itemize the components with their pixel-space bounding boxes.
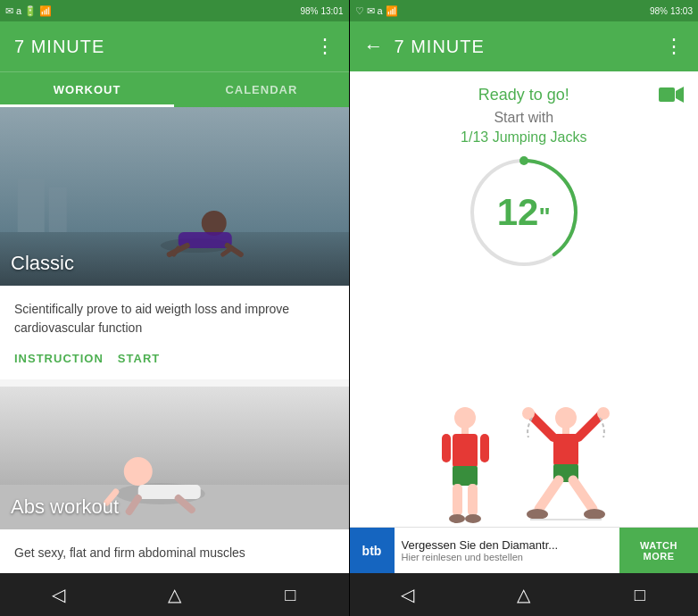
ad-text: Vergessen Sie den Diamantr... Hier reinl…	[395, 535, 620, 566]
svg-rect-27	[442, 434, 451, 462]
right-home-button[interactable]: △	[503, 573, 545, 616]
right-wifi-icon: 📶	[386, 5, 398, 17]
svg-point-31	[449, 514, 465, 523]
ready-text: Ready to go!	[478, 86, 569, 104]
svg-point-33	[555, 407, 577, 429]
right-msg-icon: ✉	[367, 5, 375, 17]
exercise-text: 1/13 Jumping Jacks	[461, 129, 586, 146]
figure-standing	[436, 402, 494, 527]
left-home-button[interactable]: △	[153, 573, 195, 616]
battery-pct: 98%	[300, 6, 318, 16]
tab-workout[interactable]: WORKOUT	[0, 72, 174, 107]
left-menu-button[interactable]: ⋮	[315, 35, 335, 58]
left-status-icons: ✉ a 🔋 📶	[5, 5, 52, 17]
right-time-display: 13:03	[670, 6, 693, 16]
classic-card-body: Scientifically prove to aid weigth loss …	[0, 286, 349, 379]
svg-rect-19	[659, 87, 675, 102]
right-nav-bar: ◁ △ □	[350, 573, 699, 616]
abs-card-body: Get sexy, flat and firm abdominal muscle…	[0, 529, 349, 573]
left-app-bar: 7 MINUTE ⋮	[0, 21, 349, 71]
time-display: 13:01	[320, 6, 343, 16]
svg-rect-34	[562, 427, 569, 434]
svg-line-38	[578, 414, 602, 437]
svg-rect-2	[18, 179, 45, 232]
ad-title: Vergessen Sie den Diamantr...	[402, 538, 613, 552]
battery-icon: 🔋	[24, 5, 37, 17]
amzn-icon: a	[16, 5, 21, 16]
svg-line-42	[573, 480, 593, 509]
svg-point-32	[465, 514, 481, 523]
ad-subtitle: Hier reinlesen und bestellen	[402, 552, 613, 562]
left-status-time: 98% 13:01	[300, 6, 343, 16]
left-status-bar: ✉ a 🔋 📶 98% 13:01	[0, 0, 349, 21]
timer-container: 12"	[466, 154, 582, 271]
right-recent-button[interactable]: □	[619, 573, 661, 616]
right-status-bar: ♡ ✉ a 📶 98% 13:03	[350, 0, 699, 21]
right-fitness-icon: ♡	[355, 5, 364, 17]
left-recent-button[interactable]: □	[269, 573, 312, 616]
right-amzn-icon: a	[378, 5, 383, 16]
left-panel: ✉ a 🔋 📶 98% 13:01 7 MINUTE ⋮ WORKOUT CAL…	[0, 0, 349, 616]
svg-rect-26	[453, 466, 478, 486]
start-with-text: Start with	[494, 110, 553, 126]
abs-card: Abs workout Get sexy, flat and firm abdo…	[0, 387, 349, 573]
right-back-button[interactable]: ◁	[386, 573, 429, 616]
left-app-title: 7 MINUTE	[14, 37, 104, 57]
right-app-bar-left: ← 7 MINUTE	[364, 35, 485, 58]
start-button[interactable]: START	[118, 352, 160, 365]
ad-logo: btb	[350, 528, 395, 574]
timer-dot	[519, 156, 528, 165]
svg-point-23	[454, 407, 476, 429]
abs-card-desc: Get sexy, flat and firm abdominal muscle…	[14, 544, 335, 562]
right-status-time: 98% 13:03	[650, 6, 693, 16]
timer-number: 12"	[497, 191, 551, 234]
svg-marker-20	[676, 87, 684, 103]
figure-jumping	[521, 402, 611, 527]
svg-point-44	[584, 509, 605, 520]
svg-rect-24	[461, 427, 469, 434]
abs-card-image: Abs workout	[0, 387, 349, 529]
tab-calendar[interactable]: CALENDAR	[174, 72, 348, 107]
left-nav-bar: ◁ △ □	[0, 573, 349, 616]
instruction-button[interactable]: INSTRUCTION	[14, 352, 104, 365]
svg-rect-25	[453, 434, 478, 468]
wifi-icon: 📶	[39, 5, 52, 17]
exercise-illustration	[436, 285, 611, 527]
tab-bar: WORKOUT CALENDAR	[0, 71, 349, 107]
svg-line-41	[539, 480, 559, 509]
back-button[interactable]: ←	[364, 35, 384, 58]
svg-rect-29	[453, 484, 462, 516]
svg-point-39	[522, 407, 535, 420]
svg-rect-15	[138, 485, 201, 499]
classic-card-label: Classic	[11, 252, 74, 275]
abs-card-label: Abs workout	[11, 495, 119, 519]
right-app-bar: ← 7 MINUTE ⋮	[350, 21, 699, 71]
right-menu-button[interactable]: ⋮	[664, 35, 684, 58]
svg-point-43	[527, 509, 548, 520]
workout-screen: Ready to go! Start with 1/13 Jumping Jac…	[350, 71, 699, 527]
right-app-title: 7 MINUTE	[395, 37, 485, 57]
ad-cta-button[interactable]: WATCH MORE	[619, 528, 698, 573]
right-panel: ♡ ✉ a 📶 98% 13:03 ← 7 MINUTE ⋮ Ready to …	[350, 0, 699, 616]
right-status-icons: ♡ ✉ a 📶	[355, 5, 398, 17]
classic-card: Classic Scientifically prove to aid weig…	[0, 107, 349, 379]
svg-point-14	[124, 457, 153, 486]
svg-rect-30	[468, 484, 478, 516]
right-battery-pct: 98%	[650, 6, 668, 16]
classic-card-actions: INSTRUCTION START	[14, 352, 335, 365]
left-back-button[interactable]: ◁	[37, 573, 79, 616]
classic-card-desc: Scientifically prove to aid weigth loss …	[14, 300, 335, 337]
workout-list[interactable]: Classic Scientifically prove to aid weig…	[0, 107, 349, 573]
classic-card-image: Classic	[0, 107, 349, 286]
svg-point-5	[202, 211, 227, 236]
msg-icon: ✉	[5, 5, 13, 17]
svg-rect-28	[480, 434, 489, 462]
ad-banner: btb Vergessen Sie den Diamantr... Hier r…	[350, 527, 699, 573]
svg-line-37	[530, 414, 553, 437]
svg-point-40	[597, 407, 610, 420]
video-record-icon[interactable]	[659, 86, 684, 108]
svg-rect-3	[49, 187, 67, 232]
